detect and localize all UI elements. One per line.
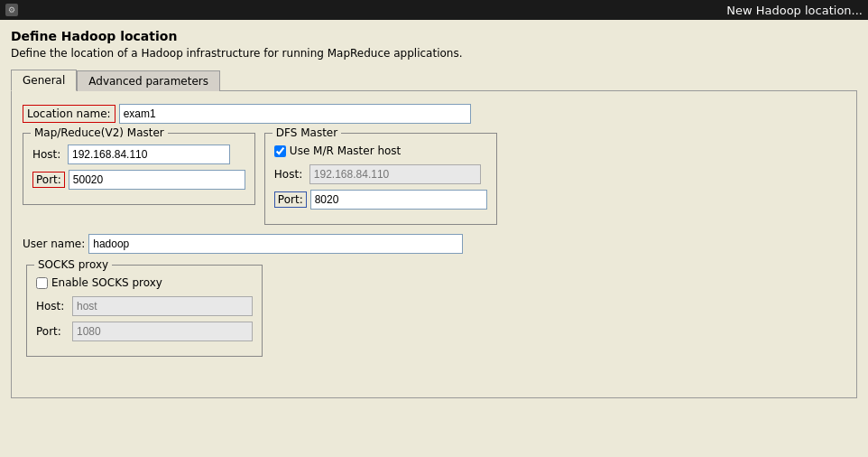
mr-port-label: Port:: [32, 172, 65, 188]
socks-host-row: Host:: [36, 296, 253, 316]
enable-socks-checkbox[interactable]: [36, 277, 48, 289]
dfs-master-group: DFS Master Use M/R Master host Host: Por…: [264, 133, 497, 225]
tab-bar: General Advanced parameters: [11, 69, 857, 91]
mr-master-legend: Map/Reduce(V2) Master: [31, 126, 168, 139]
mr-port-input[interactable]: [69, 170, 245, 190]
location-name-input[interactable]: [119, 104, 471, 124]
socks-proxy-group: SOCKS proxy Enable SOCKS proxy Host: Por…: [26, 265, 263, 357]
username-input[interactable]: [88, 234, 463, 254]
dfs-master-legend: DFS Master: [272, 126, 341, 139]
location-name-label: Location name:: [23, 105, 115, 123]
tab-general[interactable]: General: [11, 70, 77, 91]
title-bar-title: New Hadoop location...: [726, 4, 863, 17]
enable-socks-label[interactable]: Enable SOCKS proxy: [51, 276, 162, 289]
tab-advanced-parameters[interactable]: Advanced parameters: [77, 70, 220, 91]
dfs-port-row: Port:: [274, 190, 487, 210]
mr-host-label: Host:: [32, 148, 64, 161]
use-mr-master-checkbox[interactable]: [274, 145, 286, 157]
socks-host-label: Host:: [36, 300, 72, 312]
enable-socks-row: Enable SOCKS proxy: [36, 276, 253, 289]
socks-port-input[interactable]: [72, 322, 253, 341]
use-mr-master-label[interactable]: Use M/R Master host: [290, 145, 401, 157]
mr-host-input[interactable]: [68, 145, 230, 164]
username-row: User name:: [23, 234, 845, 254]
socks-legend: SOCKS proxy: [34, 258, 112, 271]
username-label: User name:: [23, 238, 85, 250]
use-mr-master-row: Use M/R Master host: [274, 145, 487, 157]
title-bar-left: ⚙: [5, 4, 18, 16]
tab-container: General Advanced parameters Location nam…: [11, 69, 857, 398]
dfs-port-input[interactable]: [310, 190, 487, 210]
groups-row: Map/Reduce(V2) Master Host: Port: DFS Ma…: [23, 133, 845, 225]
location-name-row: Location name:: [23, 104, 845, 124]
tab-content-general: Location name: Map/Reduce(V2) Master Hos…: [11, 91, 857, 398]
mr-host-row: Host:: [32, 145, 245, 164]
dfs-host-row: Host:: [274, 164, 487, 184]
dfs-port-label: Port:: [274, 191, 307, 208]
socks-port-label: Port:: [36, 325, 72, 338]
page-subtitle: Define the location of a Hadoop infrastr…: [11, 47, 857, 60]
app-icon: ⚙: [5, 4, 18, 16]
socks-port-row: Port:: [36, 322, 253, 341]
page-title: Define Hadoop location: [11, 29, 857, 43]
dfs-host-label: Host:: [274, 168, 306, 181]
dfs-host-input[interactable]: [309, 164, 481, 184]
mr-port-row: Port:: [32, 170, 245, 190]
main-content: Define Hadoop location Define the locati…: [0, 20, 868, 457]
title-bar: ⚙ New Hadoop location...: [0, 0, 868, 20]
socks-host-input[interactable]: [72, 296, 253, 316]
mr-master-group: Map/Reduce(V2) Master Host: Port:: [23, 133, 255, 205]
